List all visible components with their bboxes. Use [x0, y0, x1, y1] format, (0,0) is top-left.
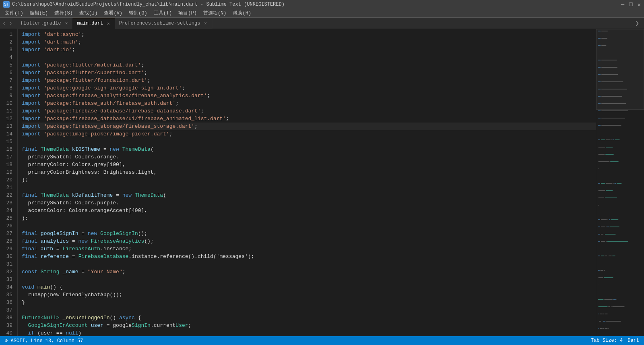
line-number-15: 15 — [3, 138, 12, 145]
menu-item-s[interactable]: 选择(S) — [51, 9, 76, 17]
code-line-15 — [22, 138, 596, 145]
menu-item-p[interactable]: 项目(P) — [175, 9, 200, 17]
line-number-31: 31 — [3, 260, 12, 268]
tab-size[interactable]: Tab Size: 4 — [591, 338, 623, 343]
line-number-3: 3 — [3, 46, 12, 54]
menu-item-h[interactable]: 帮助(H) — [229, 9, 254, 17]
close-tab-preferences[interactable]: ✕ — [204, 21, 207, 26]
line-number-33: 33 — [3, 276, 12, 283]
tab-dropdown[interactable]: ❯ — [632, 19, 642, 27]
minimap-viewport — [596, 29, 644, 110]
line-number-7: 7 — [3, 77, 12, 84]
close-button[interactable]: ✕ — [638, 1, 641, 8]
code-line-3: import 'dart:io'; — [22, 46, 596, 54]
maximize-button[interactable]: □ — [629, 1, 632, 8]
code-line-31 — [22, 260, 596, 268]
minimize-button[interactable]: — — [621, 1, 624, 8]
tab-label-flutter-gradle: flutter.gradle — [21, 21, 61, 26]
line-number-35: 35 — [3, 291, 12, 299]
line-number-1: 1 — [3, 31, 12, 38]
code-line-32: const String _name = "Your Name"; — [22, 268, 596, 276]
editor[interactable]: 1234567891011121314151617181920212223242… — [0, 29, 596, 336]
back-arrow[interactable]: ‹ — [2, 20, 6, 27]
tab-main-dart[interactable]: main.dart ✕ — [73, 18, 115, 29]
tab-flutter-gradle[interactable]: flutter.gradle ✕ — [17, 18, 73, 29]
line-number-4: 4 — [3, 54, 12, 61]
code-line-28: final analytics = new FirebaseAnalytics(… — [22, 237, 596, 245]
line-number-32: 32 — [3, 268, 12, 276]
line-number-39: 39 — [3, 322, 12, 329]
menu-item-e[interactable]: 编辑(E) — [27, 9, 52, 17]
line-number-40: 40 — [3, 329, 12, 336]
code-line-40: if (user == null) — [22, 329, 596, 336]
window-title: C:\Users\hupo3\AndroidStudioProjects\fri… — [12, 2, 285, 7]
code-line-4 — [22, 54, 596, 61]
menu-item-v[interactable]: 查看(V) — [101, 9, 126, 17]
nav-arrows[interactable]: ‹ › — [2, 20, 13, 27]
code-line-8: import 'package:google_sign_in/google_si… — [22, 84, 596, 92]
tab-label-preferences: Preferences.sublime-settings — [119, 21, 200, 26]
statusbar: ⊙ ASCII, Line 13, Column 57 Tab Size: 4 … — [0, 336, 644, 345]
code-line-26 — [22, 222, 596, 230]
line-number-34: 34 — [3, 283, 12, 291]
line-number-11: 11 — [3, 107, 12, 115]
status-right: Tab Size: 4 Dart — [591, 338, 639, 343]
line-number-30: 30 — [3, 253, 12, 260]
menu-item-f[interactable]: 文件(F) — [2, 9, 27, 17]
status-left: ⊙ ASCII, Line 13, Column 57 — [5, 338, 83, 344]
code-line-29: final auth = FirebaseAuth.instance; — [22, 245, 596, 253]
code-line-14: import 'package:image_picker/image_picke… — [22, 130, 596, 138]
line-number-13: 13 — [3, 123, 12, 130]
status-info: ⊙ ASCII, Line 13, Column 57 — [5, 338, 83, 344]
app-icon: ST — [3, 1, 10, 8]
code-line-25: ); — [22, 214, 596, 222]
line-number-2: 2 — [3, 38, 12, 46]
code-line-18: primaryColor: Colors.grey[100], — [22, 161, 596, 168]
code-line-36: } — [22, 299, 596, 306]
tabs-container: ‹ › flutter.gradle ✕ main.dart ✕ Prefere… — [2, 18, 212, 29]
code-area[interactable]: import 'dart:async';import 'dart:math';i… — [18, 29, 596, 336]
line-number-27: 27 — [3, 230, 12, 237]
window-controls[interactable]: — □ ✕ — [621, 1, 641, 8]
line-number-16: 16 — [3, 145, 12, 153]
forward-arrow[interactable]: › — [8, 20, 13, 27]
line-number-20: 20 — [3, 176, 12, 184]
line-number-23: 23 — [3, 199, 12, 207]
code-line-2: import 'dart:math'; — [22, 38, 596, 46]
menu-item-i[interactable]: 查找(I) — [76, 9, 101, 17]
menu-item-t[interactable]: 工具(T) — [151, 9, 175, 17]
close-tab-flutter-gradle[interactable]: ✕ — [65, 21, 68, 26]
code-line-16: final ThemeData kIOSTheme = new ThemeDat… — [22, 145, 596, 153]
code-line-35: runApp(new FriendlychatApp()); — [22, 291, 596, 299]
line-number-9: 9 — [3, 92, 12, 100]
tab-preferences[interactable]: Preferences.sublime-settings ✕ — [115, 18, 212, 29]
code-line-39: GoogleSignInAccount user = googleSignIn.… — [22, 322, 596, 329]
line-number-24: 24 — [3, 207, 12, 214]
menu-item-n[interactable]: 首选项(N) — [200, 9, 230, 17]
code-line-20: ); — [22, 176, 596, 184]
code-line-10: import 'package:firebase_auth/firebase_a… — [22, 100, 596, 107]
line-numbers: 1234567891011121314151617181920212223242… — [0, 29, 18, 336]
code-line-13: import 'package:firebase_storage/firebas… — [22, 123, 596, 130]
line-number-36: 36 — [3, 299, 12, 306]
code-line-7: import 'package:flutter/foundation.dart'… — [22, 77, 596, 84]
menu-item-g[interactable]: 转到(G) — [126, 9, 151, 17]
close-tab-main-dart[interactable]: ✕ — [107, 21, 110, 26]
line-number-5: 5 — [3, 61, 12, 69]
line-number-8: 8 — [3, 84, 12, 92]
minimap[interactable] — [596, 29, 644, 336]
code-line-27: final googleSignIn = new GoogleSignIn(); — [22, 230, 596, 237]
code-line-23: primarySwatch: Colors.purple, — [22, 199, 596, 207]
line-number-28: 28 — [3, 237, 12, 245]
code-line-12: import 'package:firebase_database/ui/fir… — [22, 115, 596, 123]
line-number-25: 25 — [3, 214, 12, 222]
tabbar: ‹ › flutter.gradle ✕ main.dart ✕ Prefere… — [0, 18, 644, 29]
line-number-17: 17 — [3, 153, 12, 161]
main-editor-area: 1234567891011121314151617181920212223242… — [0, 29, 644, 336]
language[interactable]: Dart — [627, 338, 639, 343]
code-line-21 — [22, 184, 596, 191]
line-number-38: 38 — [3, 314, 12, 322]
line-number-6: 6 — [3, 69, 12, 77]
menubar: 文件(F)编辑(E)选择(S)查找(I)查看(V)转到(G)工具(T)项目(P)… — [0, 9, 644, 18]
line-number-19: 19 — [3, 168, 12, 176]
